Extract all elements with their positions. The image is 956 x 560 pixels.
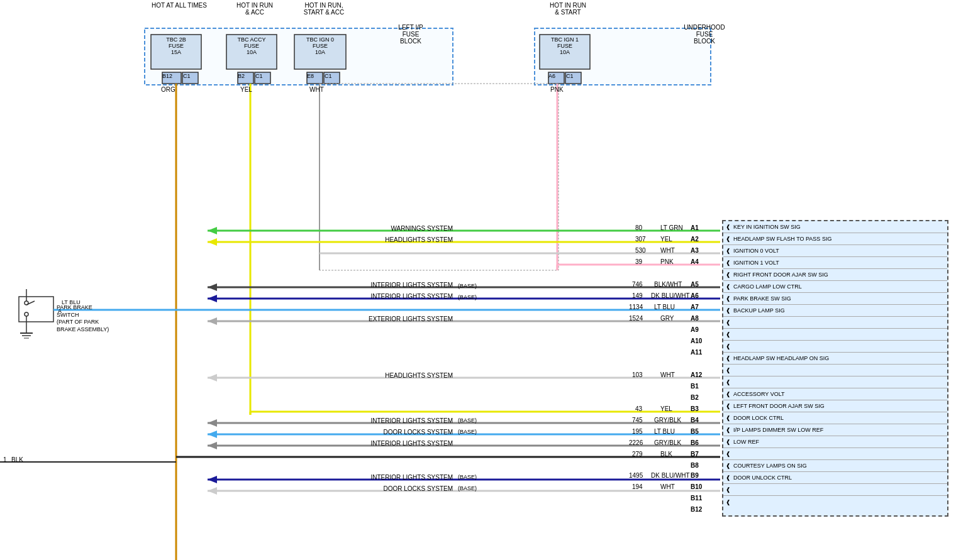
pin-b4: B4 [691,417,699,424]
fuse-tbc2b-label: TBC 2BFUSE15A [152,36,200,55]
right-label-a5: RIGHT FRONT DOOR AJAR SW SIG [733,272,828,278]
system-interior-1: INTERIOR LIGHTS SYSTEM [351,282,453,288]
svg-point-47 [25,301,28,305]
system-headlights-2: HEADLIGHTS SYSTEM [356,372,453,379]
wire-color-ltblu-2: LT BLU [654,428,675,435]
pin-b2-conn: B2 [691,394,699,401]
conn-b12: B12 [162,73,172,79]
right-row-a2: ❰ HEADLAMP SW FLASH TO PASS SIG [723,233,947,245]
base-label-4: (BASE) [458,429,477,435]
wire-color-wht: WHT [309,86,324,93]
conn-c1-1: C1 [183,73,191,79]
wire-num-279: 279 [632,451,643,458]
right-row-b7: ❰ LOW REF [723,436,947,448]
system-headlights-1: HEADLIGHTS SYSTEM [362,236,453,243]
wire-num-149: 149 [632,292,643,299]
svg-marker-45 [208,487,217,495]
wire-color-blkwht: BLK/WHT [654,281,682,288]
right-label-b9: COURTESY LAMPS ON SIG [733,463,807,469]
ground-color: BLK [11,456,23,463]
fuse-tbcaccy-label: TBC ACCYFUSE10A [228,36,275,55]
base-label-3: (BASE) [458,417,477,424]
system-warnings: WARNINGS SYSTEM [371,225,453,232]
pin-a6-conn: A6 [691,292,699,299]
conn-c1-4: C1 [566,73,574,79]
fuse-tbcign1-label: TBC IGN 1FUSE10A [541,36,589,55]
wire-num-1134: 1134 [629,304,643,310]
pin-a5: A5 [691,281,699,288]
wire-color-yel: YEL [240,86,252,93]
right-row-b5: ❰ DOOR LOCK CTRL [723,412,947,424]
right-row-b2: ❰ [723,376,947,388]
right-label-b4: LEFT FRONT DOOR AJAR SW SIG [733,403,825,409]
right-label-b10: DOOR UNLOCK CTRL [733,475,792,481]
right-label-a3: IGNITION 0 VOLT [733,248,779,254]
wire-num-80: 80 [635,224,642,231]
right-row-a5: ❰ RIGHT FRONT DOOR AJAR SW SIG [723,269,947,281]
svg-marker-36 [208,238,217,246]
fuse-block-label-underhood: UNDERHOODFUSEBLOCK [679,24,730,45]
right-row-b12: ❰ [723,496,947,508]
pin-a1: A1 [691,224,699,231]
pin-a12: A12 [691,371,702,378]
wire-color-wht-4: WHT [660,483,675,490]
pin-a2: A2 [691,236,699,243]
park-brake-pin-a: A [58,308,62,314]
wire-color-ltblu: LT BLU [654,304,675,310]
park-brake-wire-ltblu: LT BLU [62,299,81,305]
right-row-b10: ❰ DOOR UNLOCK CTRL [723,472,947,484]
wire-color-dkbluwht-2: DK BLU/WHT [651,472,690,479]
pin-a7: A7 [691,304,699,310]
base-label-2: (BASE) [458,294,477,300]
wiring-diagram: HOT AT ALL TIMES HOT IN RUN& ACC HOT IN … [0,0,956,560]
park-brake-label: PARK BRAKESWITCH(PART OF PARKBRAKE ASSEM… [57,304,109,334]
right-connector-box: ❰ KEY IN IGNITION SW SIG ❰ HEADLAMP SW F… [722,220,948,517]
wire-color-dkbluwht: DK BLU/WHT [651,292,690,299]
right-row-b11: ❰ [723,484,947,496]
pin-b5: B5 [691,428,699,435]
wire-color-pnk: PNK [550,86,564,93]
right-row-a8: ❰ BACKUP LAMP SIG [723,305,947,317]
right-row-a1: ❰ KEY IN IGNITION SW SIG [723,221,947,233]
svg-marker-40 [208,374,217,382]
right-row-a7: ❰ PARK BRAKE SW SIG [723,293,947,305]
wire-color-lt-grn: LT GRN [660,224,683,231]
right-label-a1: KEY IN IGNITION SW SIG [733,224,801,230]
conn-b2: B2 [238,73,245,79]
wire-num-746: 746 [632,281,643,288]
base-label-5: (BASE) [458,474,477,480]
right-row-b6: ❰ I/P LAMPS DIMMER SW LOW REF [723,424,947,436]
system-doorlocks-1: DOOR LOCKS SYSTEM [348,429,453,436]
system-interior-5: INTERIOR LIGHTS SYSTEM [340,474,453,481]
right-label-b3: ACCESSORY VOLT [733,391,785,397]
svg-marker-41 [208,419,217,427]
fuse-block-label-left-ip: LEFT I/PFUSEBLOCK [389,24,433,45]
pin-a9: A9 [691,326,699,333]
pin-b6: B6 [691,439,699,446]
svg-marker-44 [208,476,217,483]
conn-c1-2: C1 [255,73,263,79]
right-row-a10: ❰ [723,329,947,341]
right-label-a12: HEADLAMP SW HEADLAMP ON SIG [733,355,829,361]
right-row-b9: ❰ COURTESY LAMPS ON SIG [723,460,947,472]
system-interior-2: INTERIOR LIGHTS SYSTEM [351,293,453,300]
right-row-b3: ❰ ACCESSORY VOLT [723,388,947,400]
wire-num-530: 530 [635,247,646,254]
svg-marker-39 [208,317,217,325]
fuse-tbcign0-label: TBC IGN 0FUSE10A [296,36,345,55]
right-label-b6: I/P LAMPS DIMMER SW LOW REF [733,427,823,433]
wire-num-43: 43 [635,405,642,412]
pin-b8: B8 [691,462,699,469]
power-label-hot-run-acc: HOT IN RUN& ACC [226,2,283,16]
right-row-a9: ❰ [723,317,947,329]
pin-a3: A3 [691,247,699,254]
power-label-hot-all-times: HOT AT ALL TIMES [151,2,208,9]
power-label-hot-run-start: HOT IN RUN& START [540,2,596,16]
power-label-hot-run-start-acc: HOT IN RUN,START & ACC [292,2,355,16]
pin-b1: B1 [691,383,699,390]
svg-line-49 [26,301,35,305]
right-label-b5: DOOR LOCK CTRL [733,415,784,421]
wire-num-39: 39 [635,258,642,265]
right-row-a3: ❰ IGNITION 0 VOLT [723,245,947,257]
svg-marker-35 [208,227,217,234]
